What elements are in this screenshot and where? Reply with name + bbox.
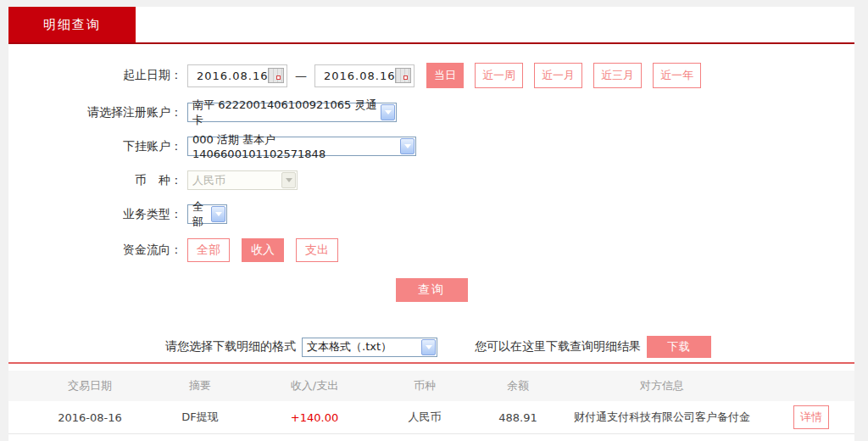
header-trade-date: 交易日期: [39, 378, 141, 394]
download-hint: 您可以在这里下载查询明细结果: [475, 339, 641, 354]
currency-select: 人民币: [187, 170, 298, 190]
currency-value: 人民币: [192, 173, 225, 188]
cell-action: 详情: [768, 405, 854, 429]
query-button[interactable]: 查询: [396, 278, 468, 302]
download-button[interactable]: 下载: [647, 336, 711, 358]
fund-flow-row: 资金流向： 全部 收入 支出: [8, 238, 854, 262]
cell-balance: 488.91: [480, 411, 556, 424]
sub-account-select[interactable]: 000 活期 基本户 1406600101102571848: [187, 137, 416, 156]
start-date-input[interactable]: 2016.08.16: [187, 64, 287, 87]
tab-underline: [8, 42, 854, 44]
chevron-down-icon: [421, 339, 436, 355]
download-format-select[interactable]: 文本格式（.txt）: [302, 338, 437, 357]
sub-account-row: 下挂账户： 000 活期 基本户 1406600101102571848: [8, 137, 854, 156]
cell-summary: DF提现: [141, 410, 259, 425]
quick-range-week-button[interactable]: 近一周: [475, 63, 523, 88]
end-date-value: 2016.08.16: [324, 70, 395, 82]
chevron-down-icon: [281, 172, 296, 188]
date-range-row: 起止日期： 2016.08.16 — 2016.08.16 当日 近一周 近一月…: [8, 63, 854, 88]
cell-amount: +140.00: [259, 411, 370, 424]
chevron-down-icon: [211, 206, 225, 222]
tab-label: 明细查询: [43, 17, 101, 33]
chevron-down-icon: [400, 138, 415, 154]
header-balance: 余额: [480, 378, 556, 394]
end-date-input[interactable]: 2016.08.16: [314, 64, 415, 87]
quick-range-3months-button[interactable]: 近三月: [593, 63, 642, 88]
business-type-select[interactable]: 全部: [187, 204, 227, 224]
content-panel: 明细查询 起止日期： 2016.08.16 — 2016.08.16 当日 近一…: [8, 7, 854, 441]
registered-account-row: 请选择注册账户： 南平 6222001406100921065 灵通卡: [8, 103, 854, 122]
fund-flow-income-button[interactable]: 收入: [242, 238, 284, 262]
start-date-value: 2016.08.16: [197, 70, 268, 82]
download-format-label: 请您选择下载明细的格式: [165, 339, 296, 354]
detail-button[interactable]: 详情: [793, 405, 829, 429]
header-income-expense: 收入/支出: [259, 378, 370, 394]
query-button-row: 查询: [8, 278, 854, 302]
business-type-label: 业务类型：: [8, 207, 182, 222]
quick-range-year-button[interactable]: 近一年: [653, 63, 701, 88]
query-form: 起止日期： 2016.08.16 — 2016.08.16 当日 近一周 近一月…: [8, 63, 854, 302]
cell-currency: 人民币: [370, 410, 480, 425]
sub-account-label: 下挂账户：: [8, 139, 182, 154]
cell-counterparty: 财付通支付科技有限公司客户备付金: [556, 410, 768, 425]
table-top-separator: [8, 362, 854, 364]
table-header-row: 交易日期 摘要 收入/支出 币种 余额 对方信息: [8, 371, 854, 401]
sub-account-value: 000 活期 基本户 1406600101102571848: [192, 132, 400, 160]
download-format-value: 文本格式（.txt）: [307, 339, 392, 354]
date-separator: —: [295, 69, 307, 82]
business-type-row: 业务类型： 全部: [8, 204, 854, 224]
quick-range-today-button[interactable]: 当日: [426, 63, 464, 88]
header-summary: 摘要: [141, 378, 259, 394]
registered-account-select[interactable]: 南平 6222001406100921065 灵通卡: [187, 103, 397, 122]
table-row: 2016-08-16 DF提现 +140.00 人民币 488.91 财付通支付…: [8, 401, 854, 434]
fund-flow-all-button[interactable]: 全部: [187, 238, 230, 262]
download-row: 请您选择下载明细的格式 文本格式（.txt） 您可以在这里下载查询明细结果 下载: [8, 336, 854, 358]
fund-flow-expense-button[interactable]: 支出: [296, 238, 338, 262]
calendar-icon[interactable]: [395, 68, 411, 83]
currency-row: 币 种： 人民币: [8, 170, 854, 190]
business-type-value: 全部: [192, 199, 211, 230]
header-currency: 币种: [370, 378, 480, 394]
header-counterparty: 对方信息: [556, 378, 768, 394]
fund-flow-label: 资金流向：: [8, 243, 182, 258]
cell-trade-date: 2016-08-16: [39, 411, 141, 424]
registered-account-value: 南平 6222001406100921065 灵通卡: [192, 98, 381, 128]
tab-detail-query[interactable]: 明细查询: [8, 7, 136, 42]
calendar-icon[interactable]: [268, 68, 284, 83]
currency-label: 币 种：: [8, 173, 182, 188]
chevron-down-icon: [381, 104, 395, 120]
registered-account-label: 请选择注册账户：: [8, 105, 182, 120]
date-range-label: 起止日期：: [8, 68, 182, 83]
quick-range-month-button[interactable]: 近一月: [534, 63, 582, 88]
